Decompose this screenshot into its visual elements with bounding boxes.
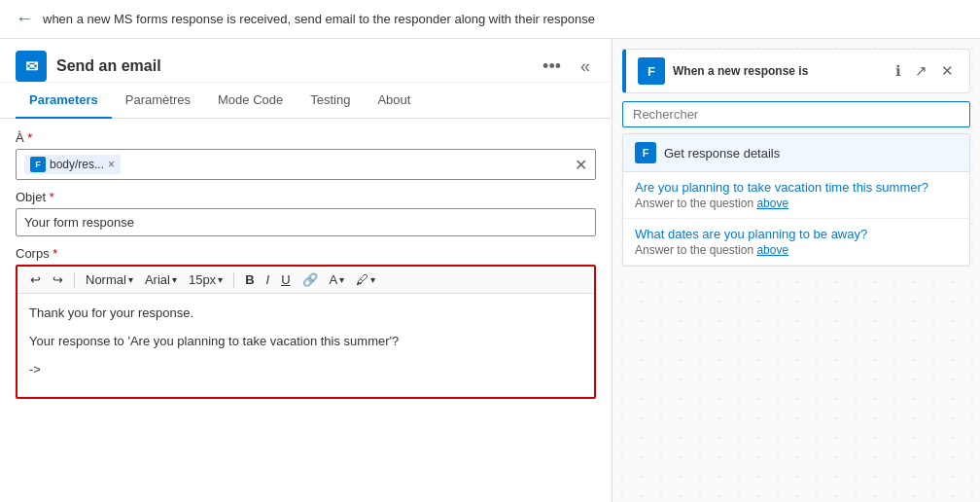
top-bar-title: when a new MS forms response is received…: [43, 12, 595, 26]
body-line-2: Your response to 'Are you planning to ta…: [29, 332, 582, 352]
highlight-icon: 🖊: [356, 272, 368, 287]
search-result-item-1[interactable]: Are you planning to take vacation time t…: [623, 172, 969, 219]
result-item-1-link[interactable]: above: [756, 197, 788, 210]
result-item-2-sub: Answer to the question above: [635, 243, 958, 257]
when-new-card-title: When a new response is: [673, 64, 808, 78]
font-color-chevron: ▾: [339, 274, 344, 285]
tab-about[interactable]: About: [364, 83, 424, 119]
result-header-icon: F: [635, 142, 656, 163]
left-panel: ✉ Send an email ••• « Parameters Paramèt…: [0, 39, 612, 502]
when-new-card: F When a new response is ℹ ↗ ✕: [622, 49, 970, 93]
link-button[interactable]: 🔗: [298, 270, 323, 289]
card-title: Send an email: [56, 57, 161, 75]
font-size-chevron: ▾: [218, 274, 223, 285]
when-new-card-icon: F: [638, 57, 665, 85]
font-color-button[interactable]: A ▾: [325, 270, 350, 289]
highlight-button[interactable]: 🖊 ▾: [351, 270, 380, 289]
to-input[interactable]: F body/res... × ✕: [16, 149, 596, 180]
when-new-info-button[interactable]: ℹ: [892, 60, 905, 82]
main-layout: ✉ Send an email ••• « Parameters Paramèt…: [0, 39, 980, 502]
body-line-3: ->: [29, 360, 582, 380]
font-size-label: 15px: [189, 272, 216, 287]
expand-icon: ↗: [915, 62, 928, 79]
card-icon: ✉: [16, 51, 47, 82]
link-icon: 🔗: [302, 272, 318, 287]
body-label: Corps *: [16, 246, 596, 261]
subject-label: Objet *: [16, 190, 596, 204]
search-box[interactable]: [622, 101, 970, 127]
top-bar: ← when a new MS forms response is receiv…: [0, 0, 980, 39]
card-header: ✉ Send an email ••• «: [0, 39, 612, 83]
font-size-dropdown[interactable]: 15px ▾: [184, 270, 228, 289]
undo-icon: ↩: [30, 272, 41, 287]
result-header-title: Get response details: [664, 146, 780, 161]
bold-button[interactable]: B: [240, 270, 259, 289]
card-icon-symbol: ✉: [25, 57, 38, 76]
to-input-clear[interactable]: ✕: [575, 156, 587, 174]
body-line-1: Thank you for your response.: [29, 304, 582, 324]
form-body: À * F body/res... × ✕ Objet *: [0, 119, 612, 502]
right-content: F When a new response is ℹ ↗ ✕: [612, 39, 980, 502]
tabs: Parameters Paramètres Mode Code Testing …: [0, 83, 612, 119]
result-item-2-link[interactable]: above: [756, 243, 788, 257]
body-field: Corps * ↩ ↪ Normal ▾: [16, 246, 596, 399]
highlight-chevron: ▾: [370, 274, 375, 285]
search-result-item-2[interactable]: What dates are you planning to be away? …: [623, 219, 969, 266]
to-tag-close[interactable]: ×: [108, 158, 115, 171]
more-icon: •••: [542, 56, 561, 76]
close-icon: ✕: [941, 62, 954, 79]
result-item-1-main: Are you planning to take vacation time t…: [635, 180, 958, 195]
search-input[interactable]: [633, 107, 960, 122]
collapse-icon: «: [580, 56, 590, 76]
rich-toolbar: ↩ ↪ Normal ▾ Arial ▾: [18, 267, 594, 294]
font-family-dropdown[interactable]: Arial ▾: [140, 270, 182, 289]
tab-mode-code[interactable]: Mode Code: [204, 83, 297, 119]
info-icon: ℹ: [895, 62, 901, 79]
rich-editor: ↩ ↪ Normal ▾ Arial ▾: [16, 265, 596, 399]
back-icon: ←: [16, 9, 33, 29]
tab-testing[interactable]: Testing: [297, 83, 364, 119]
font-style-label: Normal: [86, 272, 126, 287]
right-panel: F When a new response is ℹ ↗ ✕: [612, 39, 980, 502]
tab-parametres[interactable]: Paramètres: [112, 83, 204, 119]
italic-icon: I: [266, 272, 270, 287]
font-family-label: Arial: [145, 272, 170, 287]
italic-button[interactable]: I: [262, 270, 275, 289]
when-new-actions: ℹ ↗ ✕: [892, 60, 958, 82]
result-item-2-main: What dates are you planning to be away?: [635, 227, 958, 241]
subject-field: Objet *: [16, 190, 596, 236]
undo-button[interactable]: ↩: [25, 270, 46, 289]
search-result-header: F Get response details: [623, 134, 969, 172]
to-field: À * F body/res... × ✕: [16, 130, 596, 180]
toolbar-sep-2: [233, 272, 234, 288]
underline-icon: U: [281, 272, 290, 287]
underline-button[interactable]: U: [276, 270, 295, 289]
collapse-button[interactable]: «: [575, 53, 596, 81]
subject-input[interactable]: [16, 208, 596, 236]
redo-icon: ↪: [52, 272, 63, 287]
to-tag-icon: F: [30, 157, 46, 172]
when-new-expand-button[interactable]: ↗: [911, 60, 931, 82]
font-family-chevron: ▾: [172, 274, 177, 285]
to-tag: F body/res... ×: [24, 155, 121, 174]
result-item-1-sub: Answer to the question above: [635, 197, 958, 210]
back-button[interactable]: ←: [16, 9, 33, 29]
more-options-button[interactable]: •••: [537, 53, 567, 81]
font-style-chevron: ▾: [128, 274, 133, 285]
to-label: À *: [16, 130, 596, 145]
font-color-icon: A: [330, 272, 338, 287]
search-result-group: F Get response details Are you planning …: [622, 133, 970, 267]
search-panel: F Get response details Are you planning …: [622, 101, 970, 502]
font-style-dropdown[interactable]: Normal ▾: [81, 270, 138, 289]
tab-parameters[interactable]: Parameters: [16, 83, 112, 119]
redo-button[interactable]: ↪: [48, 270, 68, 289]
card-header-right: ••• «: [537, 53, 596, 81]
to-tag-text: body/res...: [50, 158, 104, 171]
when-new-close-button[interactable]: ✕: [937, 60, 958, 82]
card-header-left: ✉ Send an email: [16, 51, 161, 82]
rich-content[interactable]: Thank you for your response. Your respon…: [18, 294, 594, 397]
bold-icon: B: [245, 272, 254, 287]
toolbar-sep-1: [74, 272, 75, 288]
